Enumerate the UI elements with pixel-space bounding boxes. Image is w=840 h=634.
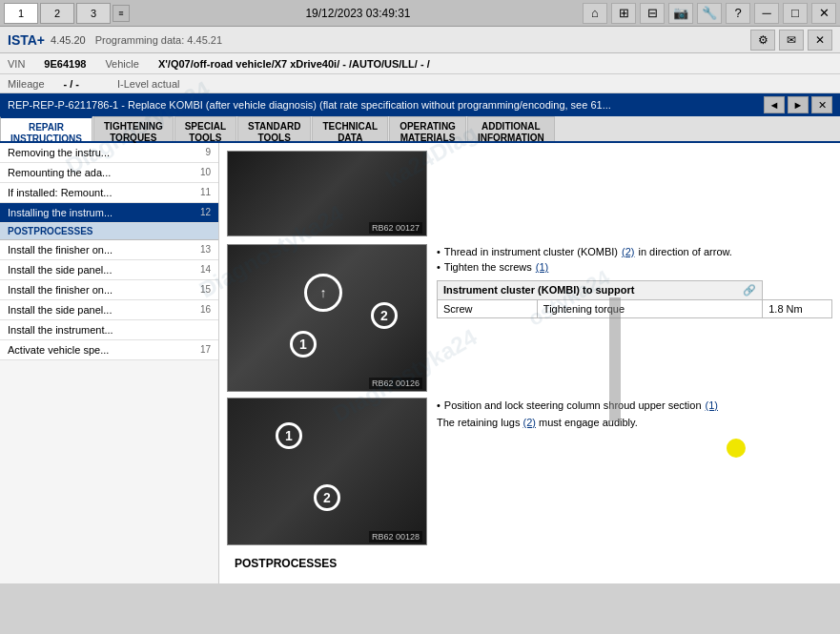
vehicle-value: X'/Q07/off-road vehicle/X7 xDrive40i/ - …: [158, 58, 430, 70]
tab-tightening-torques[interactable]: TIGHTENING TORQUES: [93, 116, 174, 141]
bullet-retaining: The retaining lugs (2) must engage audib…: [437, 413, 832, 432]
item-text-sidepanel1: Install the side panel...: [8, 264, 112, 276]
list-item-sidepanel1[interactable]: Install the side panel... 14: [0, 260, 218, 280]
spec-table: Instrument cluster (KOMBI) to support 🔗 …: [437, 280, 832, 318]
tab-1[interactable]: 1: [4, 3, 38, 24]
repair-nav: ◄ ► ✕: [764, 96, 832, 113]
app-version: 4.45.20: [51, 34, 86, 46]
help-icon[interactable]: ?: [726, 3, 750, 24]
nav-prev-button[interactable]: ◄: [764, 96, 785, 113]
minimize-icon[interactable]: ─: [754, 3, 779, 24]
section-top: RB62 00127: [227, 151, 832, 236]
item-text-remounting: Remounting the ada...: [8, 167, 111, 178]
item-num-14: 14: [200, 264, 211, 276]
image-1-container: RB62 00127: [227, 151, 427, 236]
left-panel: Removing the instru... 9 Remounting the …: [0, 143, 219, 583]
table-title: Instrument cluster (KOMBI) to support: [443, 284, 634, 296]
list-item-ifinstalled[interactable]: If installed: Remount... 11: [0, 183, 218, 203]
vehicle-bar: VIN 9E64198 Vehicle X'/Q07/off-road vehi…: [0, 53, 840, 74]
annotation-circle-2: 2: [371, 302, 398, 329]
maximize-icon[interactable]: □: [783, 3, 808, 24]
tab-bar: REPAIR INSTRUCTIONS TIGHTENING TORQUES S…: [0, 116, 840, 143]
title-bar: 1 2 3 ≡ 19/12/2023 03:49:31 ⌂ ⊞ ⊟ 📷 🔧 ? …: [0, 0, 840, 27]
table-title-cell: Instrument cluster (KOMBI) to support 🔗: [438, 281, 763, 300]
list-item-finisher2[interactable]: Install the finisher on... 15: [0, 280, 218, 300]
text-section-1: [437, 151, 832, 236]
text-section-2: Thread in instrument cluster (KOMBI) (2)…: [437, 244, 832, 392]
datetime: 19/12/2023 03:49:31: [133, 7, 583, 20]
section-middle: ↑ 2 1 RB62 00126 Thread in instrument cl…: [227, 244, 832, 392]
annotation-circle-4: 1: [276, 422, 302, 449]
mileage-bar: Mileage - / - I-Level actual: [0, 74, 840, 93]
close-window-icon[interactable]: ✕: [811, 3, 836, 24]
item-num-17: 17: [200, 344, 211, 356]
right-panel[interactable]: RB62 00127 ↑ 2 1 RB62 00126: [219, 143, 840, 583]
home-icon[interactable]: ⌂: [583, 3, 607, 24]
list-item-installing[interactable]: Installing the instrum... 12: [0, 203, 218, 223]
table-link-icon[interactable]: 🔗: [743, 284, 756, 297]
tab-technical-data[interactable]: TECHNICAL DATA: [312, 116, 388, 141]
annotation-circle-3: 1: [290, 331, 317, 358]
tab-operating-materials[interactable]: OPERATING MATERIALS: [389, 116, 466, 141]
app-title: ISTA+: [8, 32, 45, 48]
text-section-3: Position and lock steering column shroud…: [437, 398, 832, 545]
list-icon[interactable]: ≡: [113, 5, 130, 22]
list-item-activate[interactable]: Activate vehicle spe... 17: [0, 340, 218, 360]
image-3-container: 1 2 RB62 00128: [227, 398, 427, 545]
tab-3[interactable]: 3: [76, 3, 111, 24]
mileage-label: Mileage: [8, 78, 45, 90]
close-app-icon[interactable]: ✕: [808, 30, 832, 51]
section-bottom: 1 2 RB62 00128 Position and lock steerin…: [227, 398, 832, 545]
list-item-remounting[interactable]: Remounting the ada... 10: [0, 163, 218, 183]
item-num-15: 15: [200, 284, 211, 296]
list-item-sidepanel2[interactable]: Install the side panel... 16: [0, 300, 218, 320]
item-text-activate: Activate vehicle spe...: [8, 344, 109, 356]
vin-value: 9E64198: [44, 58, 86, 70]
image-2-label: RB62 00126: [369, 378, 422, 389]
list-item-removing[interactable]: Removing the instru... 9: [0, 143, 218, 163]
list-item-finisher1[interactable]: Install the finisher on... 13: [0, 240, 218, 260]
list-item-instrument[interactable]: Install the instrument...: [0, 320, 218, 340]
repair-close-button[interactable]: ✕: [811, 96, 832, 113]
table-cell-torque-label: Tightening torque: [537, 300, 762, 318]
header-right: ⚙ ✉ ✕: [750, 30, 832, 51]
tab-special-tools[interactable]: SPECIAL TOOLS: [174, 116, 236, 141]
wrench-icon[interactable]: 🔧: [697, 3, 722, 24]
link-ref-1b[interactable]: (1): [706, 399, 718, 411]
grid-icon[interactable]: ⊞: [611, 3, 636, 24]
screen-icon[interactable]: ⊟: [640, 3, 665, 24]
table-cell-screw: Screw: [438, 300, 538, 318]
item-text-installing: Installing the instrum...: [8, 207, 113, 218]
item-text-sidepanel2: Install the side panel...: [8, 304, 112, 316]
nav-next-button[interactable]: ►: [788, 96, 809, 113]
item-text-finisher2: Install the finisher on...: [8, 284, 113, 296]
image-2-container: ↑ 2 1 RB62 00126: [227, 244, 427, 392]
vin-label: VIN: [8, 58, 25, 70]
settings-icon[interactable]: ⚙: [750, 30, 775, 51]
mail-icon[interactable]: ✉: [779, 30, 804, 51]
link-ref-1a[interactable]: (1): [536, 261, 548, 273]
programming-data: Programming data: 4.45.21: [95, 34, 222, 46]
link-ref-2a[interactable]: (2): [622, 246, 634, 257]
item-text-ifinstalled: If installed: Remount...: [8, 187, 112, 198]
tab-standard-tools[interactable]: STANDARD TOOLS: [237, 116, 311, 141]
tab-additional-information[interactable]: ADDITIONAL INFORMATION: [467, 116, 555, 141]
annotation-circle-5: 2: [314, 484, 340, 511]
repair-title: REP-REP-P-6211786-1 - Replace KOMBI (aft…: [8, 99, 611, 111]
vehicle-label: Vehicle: [105, 58, 138, 70]
title-icons: ⌂ ⊞ ⊟ 📷 🔧 ? ─ □ ✕: [583, 3, 836, 24]
tab-2[interactable]: 2: [40, 3, 74, 24]
image-3-label: RB62 00128: [369, 531, 422, 542]
app-header: ISTA+ 4.45.20 Programming data: 4.45.21 …: [0, 27, 840, 53]
ilevel-label: I-Level actual: [117, 78, 179, 90]
img3-bg: [228, 399, 426, 544]
tab-repair-instructions[interactable]: REPAIR INSTRUCTIONS: [0, 116, 92, 141]
item-num-10: 10: [200, 167, 211, 178]
item-text-finisher1: Install the finisher on...: [8, 244, 113, 256]
annotation-circle-1: ↑: [304, 274, 342, 312]
link-ref-2b[interactable]: (2): [523, 417, 536, 428]
camera-icon[interactable]: 📷: [668, 3, 693, 24]
item-num-12: 12: [200, 207, 211, 218]
bullet-position: Position and lock steering column shroud…: [437, 398, 832, 413]
repair-image-2: ↑ 2 1 RB62 00126: [227, 244, 427, 392]
